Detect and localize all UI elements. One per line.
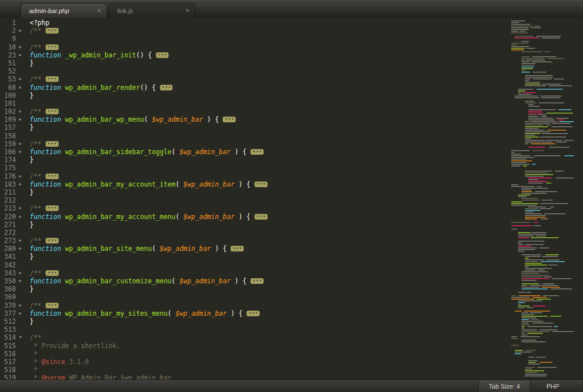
folded-code-icon[interactable]: ··· [46, 303, 59, 308]
folded-code-icon[interactable]: ··· [156, 52, 169, 58]
code-token: @since [42, 358, 65, 366]
source-text: function wp_admin_bar_site_menu( $wp_adm… [25, 245, 244, 253]
folded-code-icon[interactable]: ··· [46, 205, 59, 211]
folded-code-icon[interactable]: ··· [251, 278, 264, 284]
line-number: 10 [0, 43, 16, 51]
source-text: function wp_admin_bar_my_sites_menu( $wp… [25, 310, 260, 317]
source-text: function _wp_admin_bar_init() { ··· [25, 51, 169, 59]
close-tab-icon[interactable]: × [185, 8, 190, 14]
fold-closed-icon[interactable]: ▶ [16, 245, 25, 253]
code-token: } [30, 221, 34, 229]
code-line: 514▼/** [0, 333, 509, 341]
folded-code-icon[interactable]: ··· [46, 238, 59, 244]
line-number: 368 [0, 285, 16, 293]
line-number: 183 [0, 180, 16, 188]
code-token: function [30, 148, 61, 156]
tab-admin-bar.php[interactable]: admin-bar.php× [20, 3, 107, 18]
folded-code-icon[interactable]: ··· [160, 85, 173, 90]
status-bar: Tab Size: 4 PHP [0, 379, 583, 392]
code-line: 1<?php [0, 19, 509, 27]
line-number: 176 [0, 172, 16, 180]
fold-closed-icon[interactable]: ▶ [16, 180, 25, 188]
code-line: 109▶function wp_admin_bar_wp_menu( $wp_a… [0, 115, 509, 123]
fold-closed-icon[interactable]: ▶ [16, 84, 25, 92]
source-text: function wp_admin_bar_customize_menu( $w… [25, 277, 264, 285]
code-line: 166▶function wp_admin_bar_sidebar_toggle… [0, 148, 509, 156]
fold-closed-icon[interactable]: ▶ [16, 310, 25, 317]
fold-open-icon[interactable]: ▼ [16, 333, 25, 341]
source-text: /** [25, 333, 42, 341]
code-line: 512} [0, 317, 509, 325]
code-token: function [30, 245, 61, 253]
source-text: function wp_admin_bar_my_account_item( $… [25, 180, 268, 188]
folded-code-icon[interactable]: ··· [251, 149, 264, 155]
fold-closed-icon[interactable]: ▶ [16, 277, 25, 285]
code-line: 176▶/** ··· [0, 172, 509, 180]
fold-closed-icon[interactable]: ▶ [16, 108, 25, 115]
minimap[interactable] [510, 18, 583, 380]
line-number: 211 [0, 188, 16, 196]
code-token: ) { [203, 115, 223, 123]
source-text: function wp_admin_bar_my_account_menu( $… [25, 213, 268, 221]
folded-code-icon[interactable]: ··· [223, 117, 236, 122]
folded-code-icon[interactable]: ··· [46, 174, 59, 179]
fold-closed-icon[interactable]: ▶ [16, 213, 25, 221]
tab-link.js[interactable]: link.js× [109, 3, 195, 18]
code-token: ( [171, 148, 179, 156]
code-token: } [30, 92, 34, 100]
folded-code-icon[interactable]: ··· [46, 270, 59, 276]
line-number: 175 [0, 164, 16, 172]
fold-closed-icon[interactable]: ▶ [16, 204, 25, 212]
folded-code-icon[interactable]: ··· [231, 246, 244, 251]
code-line: 68▶function wp_admin_bar_render() { ··· [0, 84, 509, 92]
code-token: /** [30, 75, 46, 83]
folded-code-icon[interactable]: ··· [46, 109, 59, 114]
source-text: /** ··· [25, 140, 59, 148]
fold-closed-icon[interactable]: ▶ [16, 115, 25, 123]
code-line: 343▶/** ··· [0, 269, 509, 277]
code-area[interactable]: 1<?php2▶/** ···910▶/** ···23▶function _w… [0, 19, 509, 380]
fold-closed-icon[interactable]: ▶ [16, 43, 25, 51]
fold-closed-icon[interactable]: ▶ [16, 51, 25, 59]
line-number: 341 [0, 253, 16, 261]
code-line: 516 * [0, 350, 509, 358]
fold-closed-icon[interactable]: ▶ [16, 237, 25, 245]
source-text: } [25, 317, 34, 325]
code-token: $wp_admin_bar [183, 180, 235, 188]
code-token: * [30, 366, 38, 374]
code-line: 174} [0, 156, 509, 164]
folded-code-icon[interactable]: ··· [46, 28, 59, 34]
code-line: 183▶function wp_admin_bar_my_account_ite… [0, 180, 509, 188]
fold-closed-icon[interactable]: ▶ [16, 172, 25, 180]
code-token: /** [30, 140, 46, 148]
code-token: function [30, 180, 61, 188]
code-token: $wp_admin_bar [183, 213, 235, 221]
folded-code-icon[interactable]: ··· [46, 44, 59, 50]
status-language[interactable]: PHP [531, 380, 575, 392]
folded-code-icon[interactable]: ··· [46, 76, 59, 82]
fold-closed-icon[interactable]: ▶ [16, 269, 25, 277]
code-line: 211} [0, 188, 509, 196]
fold-closed-icon[interactable]: ▶ [16, 302, 25, 310]
code-line: 52 [0, 67, 509, 75]
code-line: 272 [0, 229, 509, 237]
code-token: $wp_admin_bar [179, 148, 231, 156]
folded-code-icon[interactable]: ··· [247, 311, 260, 316]
fold-closed-icon[interactable]: ▶ [16, 75, 25, 83]
fold-closed-icon[interactable]: ▶ [16, 148, 25, 156]
close-tab-icon[interactable]: × [97, 8, 101, 14]
fold-closed-icon[interactable]: ▶ [16, 27, 25, 35]
folded-code-icon[interactable]: ··· [254, 181, 268, 187]
line-number: 512 [0, 317, 16, 325]
folded-code-icon[interactable]: ··· [254, 214, 268, 220]
editor-pane[interactable]: 1<?php2▶/** ···910▶/** ···23▶function _w… [0, 18, 583, 380]
line-number: 109 [0, 115, 16, 123]
fold-closed-icon[interactable]: ▶ [16, 140, 25, 148]
status-tab-size[interactable]: Tab Size: 4 [478, 380, 531, 392]
source-text: } [25, 156, 34, 164]
line-number: 377 [0, 310, 16, 317]
line-number: 101 [0, 100, 16, 108]
folded-code-icon[interactable]: ··· [46, 141, 59, 147]
source-text: } [25, 59, 34, 67]
line-number: 370 [0, 302, 16, 310]
